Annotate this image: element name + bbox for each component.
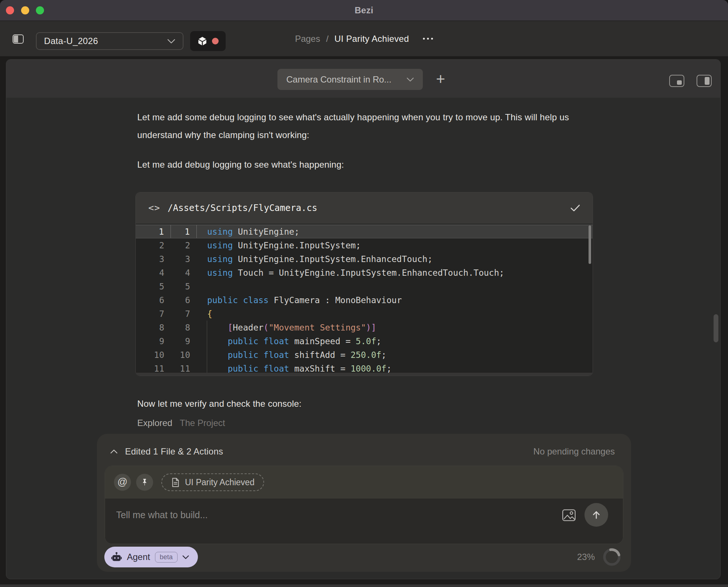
code-line: 55	[136, 279, 593, 293]
line-number-new: 2	[171, 241, 197, 250]
scrollbar-thumb[interactable]	[714, 314, 718, 342]
line-number-new: 1	[171, 225, 197, 238]
code-line: 66public class FlyCamera : MonoBehaviour	[136, 293, 593, 307]
breadcrumb-separator: /	[326, 34, 328, 44]
code-line: 11using UnityEngine;	[136, 225, 593, 238]
context-chips-row: @ UI Parity A	[105, 466, 623, 499]
edits-summary-row[interactable]: Edited 1 File & 2 Actions No pending cha…	[110, 442, 615, 461]
code-text	[197, 279, 593, 293]
context-chip[interactable]: UI Parity Achieved	[161, 473, 264, 491]
tool-call-target: The Project	[180, 418, 225, 428]
usage-progress: 23%	[577, 547, 621, 567]
code-text: public float shiftAdd = 250.0f;	[197, 348, 593, 362]
line-number-old: 1	[136, 225, 171, 238]
code-text: [Header("Movement Settings")]	[197, 321, 593, 334]
breadcrumb: Pages / UI Parity Achieved	[295, 21, 433, 56]
composer-footer-row: Agent beta 23%	[104, 547, 621, 567]
code-line: 77{	[136, 307, 593, 321]
code-text: using Touch = UnityEngine.InputSystem.En…	[197, 266, 593, 279]
line-number-old: 6	[136, 295, 171, 305]
breadcrumb-section[interactable]: Pages	[295, 34, 320, 44]
app-window: Bezi Data-U_2026 Pages / UI Parity Achie…	[0, 0, 728, 587]
picture-in-picture-icon[interactable]	[669, 75, 684, 87]
line-number-new: 11	[171, 364, 197, 373]
new-thread-button[interactable]: +	[430, 66, 451, 92]
code-block: <> /Assets/Scripts/FlyCamera.cs 11using …	[135, 192, 593, 376]
mention-button[interactable]: @	[114, 474, 131, 491]
assistant-message: Now let me verify and check the console:	[137, 395, 587, 413]
line-number-new: 3	[171, 254, 197, 264]
thread-selector[interactable]: Camera Constraint in Ro...	[277, 69, 423, 90]
toolbar: Data-U_2026 Pages / UI Parity Achieved	[0, 21, 728, 56]
pin-button[interactable]	[136, 474, 153, 491]
line-number-old: 8	[136, 323, 171, 332]
prompt-placeholder: Tell me what to build...	[116, 510, 208, 520]
code-text: public class FlyCamera : MonoBehaviour	[197, 293, 593, 307]
prompt-input[interactable]: Tell me what to build...	[105, 499, 623, 544]
chevron-down-icon	[167, 39, 175, 44]
line-number-old: 10	[136, 350, 171, 360]
code-line: 22using UnityEngine.InputSystem;	[136, 238, 593, 252]
send-button[interactable]	[584, 503, 608, 527]
line-number-new: 6	[171, 295, 197, 305]
line-number-old: 4	[136, 268, 171, 278]
assistant-message: Let me add debug logging to see what's h…	[137, 156, 587, 174]
at-icon: @	[117, 476, 127, 488]
breadcrumb-page-title: UI Parity Achieved	[334, 34, 409, 44]
code-icon: <>	[148, 202, 160, 213]
unity-icon	[197, 36, 208, 46]
chevron-up-icon[interactable]	[110, 449, 118, 454]
titlebar: Bezi	[0, 0, 728, 21]
composer-panel: Edited 1 File & 2 Actions No pending cha…	[97, 434, 631, 572]
window-title: Bezi	[0, 5, 728, 16]
thread-selector-label: Camera Constraint in Ro...	[286, 74, 391, 85]
code-text: using UnityEngine;	[197, 225, 593, 238]
chevron-down-icon	[407, 77, 414, 82]
line-number-old: 7	[136, 309, 171, 319]
assistant-message: Let me add some debug logging to see wha…	[137, 108, 587, 144]
line-number-new: 7	[171, 309, 197, 319]
line-number-old: 11	[136, 364, 171, 373]
pending-changes-status: No pending changes	[533, 446, 615, 457]
progress-ring-icon	[602, 547, 621, 567]
project-selector[interactable]: Data-U_2026	[36, 32, 183, 50]
line-number-new: 5	[171, 282, 197, 291]
thread-toolbar: Camera Constraint in Ro... +	[6, 60, 720, 98]
document-icon	[171, 477, 180, 487]
hscrollbar-track[interactable]	[136, 373, 593, 376]
line-number-old: 2	[136, 241, 171, 250]
unity-button[interactable]	[190, 31, 226, 51]
check-icon	[570, 204, 580, 212]
line-number-new: 10	[171, 350, 197, 360]
window-bottom-edge	[0, 584, 728, 587]
line-number-old: 9	[136, 336, 171, 346]
code-text: using UnityEngine.InputSystem;	[197, 238, 593, 252]
usage-percentage: 23%	[577, 552, 595, 562]
beta-badge: beta	[155, 552, 178, 563]
code-text: public float mainSpeed = 5.0f;	[197, 334, 593, 348]
attach-image-button[interactable]	[561, 507, 577, 523]
code-text: using UnityEngine.InputSystem.EnhancedTo…	[197, 252, 593, 266]
pin-icon	[141, 478, 149, 487]
tool-call-row[interactable]: Explored The Project	[137, 418, 225, 428]
line-number-new: 9	[171, 336, 197, 346]
more-options-icon[interactable]	[423, 38, 433, 40]
sidebar-toggle-icon[interactable]	[13, 34, 24, 44]
line-number-new: 4	[171, 268, 197, 278]
context-chip-label: UI Parity Achieved	[185, 477, 255, 487]
code-block-header[interactable]: <> /Assets/Scripts/FlyCamera.cs	[136, 192, 593, 224]
composer-input-card: @ UI Parity A	[105, 466, 623, 544]
line-number-new: 8	[171, 323, 197, 332]
project-selector-label: Data-U_2026	[44, 36, 98, 46]
agent-mode-selector[interactable]: Agent beta	[104, 547, 198, 567]
code-line: 88 [Header("Movement Settings")]	[136, 321, 593, 334]
edits-summary-label: Edited 1 File & 2 Actions	[125, 446, 223, 457]
arrow-up-icon	[591, 510, 601, 520]
agent-label: Agent	[127, 552, 150, 562]
split-view-icon[interactable]	[697, 75, 712, 87]
code-line: 1010 public float shiftAdd = 250.0f;	[136, 348, 593, 362]
robot-icon	[111, 552, 122, 562]
tool-call-label: Explored	[137, 418, 172, 428]
code-line: 44using Touch = UnityEngine.InputSystem.…	[136, 266, 593, 279]
code-line: 99 public float mainSpeed = 5.0f;	[136, 334, 593, 348]
